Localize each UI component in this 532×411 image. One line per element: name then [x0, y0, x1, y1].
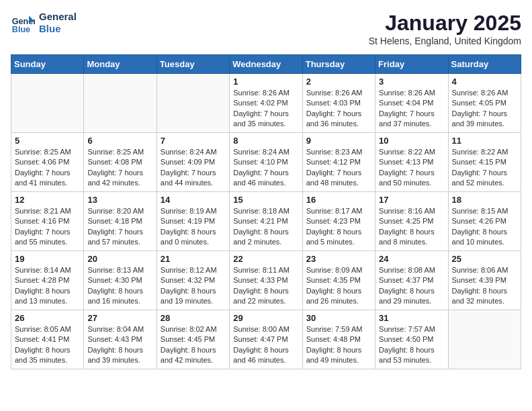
day-number: 13 — [87, 195, 152, 205]
day-info: Sunrise: 8:26 AMSunset: 4:04 PMDaylight:… — [379, 88, 444, 130]
day-info: Sunrise: 8:11 AMSunset: 4:33 PMDaylight:… — [233, 265, 298, 307]
month-title: January 2025 — [369, 11, 521, 36]
calendar-cell: 14Sunrise: 8:19 AMSunset: 4:19 PMDayligh… — [157, 192, 229, 251]
day-info: Sunrise: 8:06 AMSunset: 4:39 PMDaylight:… — [452, 265, 517, 307]
day-number: 7 — [161, 136, 226, 146]
calendar-cell: 11Sunrise: 8:22 AMSunset: 4:15 PMDayligh… — [448, 133, 521, 192]
calendar-cell: 2Sunrise: 8:26 AMSunset: 4:03 PMDaylight… — [302, 74, 375, 133]
title-block: January 2025 St Helens, England, United … — [369, 11, 521, 46]
day-number: 5 — [15, 136, 80, 146]
calendar-cell: 4Sunrise: 8:26 AMSunset: 4:05 PMDaylight… — [448, 74, 521, 133]
day-info: Sunrise: 8:19 AMSunset: 4:19 PMDaylight:… — [161, 206, 226, 248]
logo-icon: General Blue — [11, 11, 35, 35]
day-number: 18 — [452, 195, 517, 205]
day-number: 20 — [87, 254, 152, 264]
day-info: Sunrise: 8:24 AMSunset: 4:10 PMDaylight:… — [233, 147, 298, 189]
day-number: 8 — [233, 136, 298, 146]
day-number: 31 — [379, 313, 444, 323]
day-info: Sunrise: 8:15 AMSunset: 4:26 PMDaylight:… — [452, 206, 517, 248]
calendar-cell: 16Sunrise: 8:17 AMSunset: 4:23 PMDayligh… — [302, 192, 375, 251]
day-number: 29 — [233, 313, 298, 323]
day-number: 6 — [87, 136, 152, 146]
calendar-cell: 29Sunrise: 8:00 AMSunset: 4:47 PMDayligh… — [230, 310, 302, 369]
day-number: 16 — [306, 195, 371, 205]
day-info: Sunrise: 8:26 AMSunset: 4:03 PMDaylight:… — [306, 88, 371, 130]
day-number: 11 — [452, 136, 517, 146]
calendar-cell — [448, 310, 521, 369]
calendar-cell: 26Sunrise: 8:05 AMSunset: 4:41 PMDayligh… — [11, 310, 84, 369]
day-number: 27 — [87, 313, 152, 323]
day-info: Sunrise: 8:26 AMSunset: 4:05 PMDaylight:… — [452, 88, 517, 130]
calendar-cell: 15Sunrise: 8:18 AMSunset: 4:21 PMDayligh… — [230, 192, 302, 251]
page-header: General Blue General Blue January 2025 S… — [11, 11, 521, 46]
weekday-header: Thursday — [302, 55, 375, 74]
calendar-cell: 18Sunrise: 8:15 AMSunset: 4:26 PMDayligh… — [448, 192, 521, 251]
day-number: 4 — [452, 77, 517, 87]
day-number: 17 — [379, 195, 444, 205]
location: St Helens, England, United Kingdom — [369, 36, 521, 46]
day-number: 1 — [233, 77, 298, 87]
calendar-cell — [84, 74, 157, 133]
calendar-cell: 30Sunrise: 7:59 AMSunset: 4:48 PMDayligh… — [302, 310, 375, 369]
day-number: 26 — [15, 313, 80, 323]
weekday-header: Saturday — [448, 55, 521, 74]
weekday-header: Monday — [84, 55, 157, 74]
day-number: 10 — [379, 136, 444, 146]
logo-line2: Blue — [39, 23, 77, 35]
calendar-cell: 31Sunrise: 7:57 AMSunset: 4:50 PMDayligh… — [375, 310, 448, 369]
day-info: Sunrise: 7:59 AMSunset: 4:48 PMDaylight:… — [306, 324, 371, 366]
day-number: 14 — [161, 195, 226, 205]
logo: General Blue General Blue — [11, 11, 77, 35]
day-info: Sunrise: 8:04 AMSunset: 4:43 PMDaylight:… — [87, 324, 152, 366]
day-info: Sunrise: 8:09 AMSunset: 4:35 PMDaylight:… — [306, 265, 371, 307]
calendar-cell: 6Sunrise: 8:25 AMSunset: 4:08 PMDaylight… — [84, 133, 157, 192]
day-info: Sunrise: 8:21 AMSunset: 4:16 PMDaylight:… — [15, 206, 80, 248]
day-number: 22 — [233, 254, 298, 264]
day-info: Sunrise: 8:23 AMSunset: 4:12 PMDaylight:… — [306, 147, 371, 189]
day-number: 15 — [233, 195, 298, 205]
day-info: Sunrise: 8:18 AMSunset: 4:21 PMDaylight:… — [233, 206, 298, 248]
day-number: 19 — [15, 254, 80, 264]
day-info: Sunrise: 8:08 AMSunset: 4:37 PMDaylight:… — [379, 265, 444, 307]
calendar-cell: 19Sunrise: 8:14 AMSunset: 4:28 PMDayligh… — [11, 251, 84, 310]
calendar-cell: 21Sunrise: 8:12 AMSunset: 4:32 PMDayligh… — [157, 251, 229, 310]
weekday-header: Tuesday — [157, 55, 229, 74]
day-info: Sunrise: 8:12 AMSunset: 4:32 PMDaylight:… — [161, 265, 226, 307]
day-info: Sunrise: 8:13 AMSunset: 4:30 PMDaylight:… — [87, 265, 152, 307]
day-info: Sunrise: 8:02 AMSunset: 4:45 PMDaylight:… — [161, 324, 226, 366]
day-info: Sunrise: 8:16 AMSunset: 4:25 PMDaylight:… — [379, 206, 444, 248]
calendar-cell: 5Sunrise: 8:25 AMSunset: 4:06 PMDaylight… — [11, 133, 84, 192]
calendar-cell — [11, 74, 84, 133]
calendar-cell: 9Sunrise: 8:23 AMSunset: 4:12 PMDaylight… — [302, 133, 375, 192]
svg-text:Blue: Blue — [12, 25, 30, 34]
day-info: Sunrise: 8:14 AMSunset: 4:28 PMDaylight:… — [15, 265, 80, 307]
day-info: Sunrise: 7:57 AMSunset: 4:50 PMDaylight:… — [379, 324, 444, 366]
calendar-cell: 28Sunrise: 8:02 AMSunset: 4:45 PMDayligh… — [157, 310, 229, 369]
day-info: Sunrise: 8:25 AMSunset: 4:08 PMDaylight:… — [87, 147, 152, 189]
weekday-header: Wednesday — [230, 55, 302, 74]
calendar-cell: 20Sunrise: 8:13 AMSunset: 4:30 PMDayligh… — [84, 251, 157, 310]
day-info: Sunrise: 8:26 AMSunset: 4:02 PMDaylight:… — [233, 88, 298, 130]
day-info: Sunrise: 8:25 AMSunset: 4:06 PMDaylight:… — [15, 147, 80, 189]
calendar-cell: 3Sunrise: 8:26 AMSunset: 4:04 PMDaylight… — [375, 74, 448, 133]
day-info: Sunrise: 8:24 AMSunset: 4:09 PMDaylight:… — [161, 147, 226, 189]
day-number: 24 — [379, 254, 444, 264]
day-number: 23 — [306, 254, 371, 264]
calendar-cell: 7Sunrise: 8:24 AMSunset: 4:09 PMDaylight… — [157, 133, 229, 192]
day-number: 25 — [452, 254, 517, 264]
day-info: Sunrise: 8:00 AMSunset: 4:47 PMDaylight:… — [233, 324, 298, 366]
day-number: 21 — [161, 254, 226, 264]
calendar-cell: 17Sunrise: 8:16 AMSunset: 4:25 PMDayligh… — [375, 192, 448, 251]
weekday-header: Friday — [375, 55, 448, 74]
day-info: Sunrise: 8:17 AMSunset: 4:23 PMDaylight:… — [306, 206, 371, 248]
day-number: 28 — [161, 313, 226, 323]
day-number: 9 — [306, 136, 371, 146]
day-info: Sunrise: 8:05 AMSunset: 4:41 PMDaylight:… — [15, 324, 80, 366]
day-info: Sunrise: 8:22 AMSunset: 4:13 PMDaylight:… — [379, 147, 444, 189]
calendar-cell: 24Sunrise: 8:08 AMSunset: 4:37 PMDayligh… — [375, 251, 448, 310]
day-number: 3 — [379, 77, 444, 87]
calendar: SundayMondayTuesdayWednesdayThursdayFrid… — [11, 54, 521, 369]
calendar-cell: 8Sunrise: 8:24 AMSunset: 4:10 PMDaylight… — [230, 133, 302, 192]
calendar-cell: 1Sunrise: 8:26 AMSunset: 4:02 PMDaylight… — [230, 74, 302, 133]
calendar-cell: 10Sunrise: 8:22 AMSunset: 4:13 PMDayligh… — [375, 133, 448, 192]
